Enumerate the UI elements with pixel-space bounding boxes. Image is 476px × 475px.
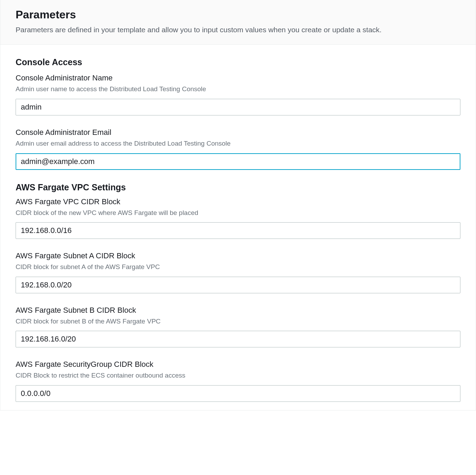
subnet-b-input[interactable] bbox=[16, 331, 460, 347]
vpc-cidr-label: AWS Fargate VPC CIDR Block bbox=[16, 197, 460, 206]
security-group-label: AWS Fargate SecurityGroup CIDR Block bbox=[16, 360, 460, 369]
field-vpc-cidr: AWS Fargate VPC CIDR Block CIDR block of… bbox=[16, 197, 460, 239]
field-security-group: AWS Fargate SecurityGroup CIDR Block CID… bbox=[16, 360, 460, 402]
admin-email-hint: Admin user email address to access the D… bbox=[16, 139, 460, 148]
vpc-cidr-hint: CIDR block of the new VPC where AWS Farg… bbox=[16, 208, 460, 218]
admin-email-label: Console Administrator Email bbox=[16, 128, 460, 137]
parameters-panel: Parameters Parameters are defined in you… bbox=[0, 0, 476, 411]
admin-name-label: Console Administrator Name bbox=[16, 74, 460, 83]
field-admin-email: Console Administrator Email Admin user e… bbox=[16, 128, 460, 170]
field-subnet-b: AWS Fargate Subnet B CIDR Block CIDR blo… bbox=[16, 306, 460, 348]
admin-email-input[interactable] bbox=[16, 153, 460, 170]
panel-title: Parameters bbox=[16, 8, 460, 21]
admin-name-hint: Admin user name to access the Distribute… bbox=[16, 85, 460, 94]
subnet-a-input[interactable] bbox=[16, 277, 460, 293]
section-title-fargate-vpc: AWS Fargate VPC Settings bbox=[16, 182, 460, 192]
subnet-a-label: AWS Fargate Subnet A CIDR Block bbox=[16, 251, 460, 260]
subnet-b-label: AWS Fargate Subnet B CIDR Block bbox=[16, 306, 460, 315]
panel-description: Parameters are defined in your template … bbox=[16, 25, 460, 35]
security-group-hint: CIDR Block to restrict the ECS container… bbox=[16, 371, 460, 380]
subnet-a-hint: CIDR block for subnet A of the AWS Farga… bbox=[16, 262, 460, 272]
vpc-cidr-input[interactable] bbox=[16, 222, 460, 239]
field-admin-name: Console Administrator Name Admin user na… bbox=[16, 74, 460, 115]
security-group-input[interactable] bbox=[16, 385, 460, 402]
admin-name-input[interactable] bbox=[16, 99, 460, 115]
field-subnet-a: AWS Fargate Subnet A CIDR Block CIDR blo… bbox=[16, 251, 460, 293]
section-title-console-access: Console Access bbox=[16, 57, 460, 67]
subnet-b-hint: CIDR block for subnet B of the AWS Farga… bbox=[16, 317, 460, 326]
panel-body: Console Access Console Administrator Nam… bbox=[0, 45, 476, 410]
panel-header: Parameters Parameters are defined in you… bbox=[0, 0, 476, 45]
